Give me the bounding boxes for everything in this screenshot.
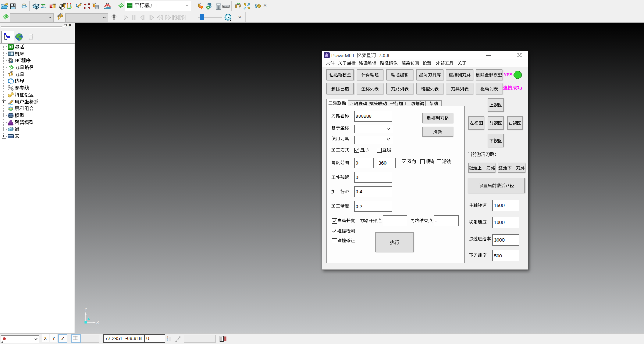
svg-text:Y: Y bbox=[85, 307, 88, 312]
svg-text:X: X bbox=[96, 320, 99, 324]
svg-text:Z: Z bbox=[87, 316, 90, 320]
